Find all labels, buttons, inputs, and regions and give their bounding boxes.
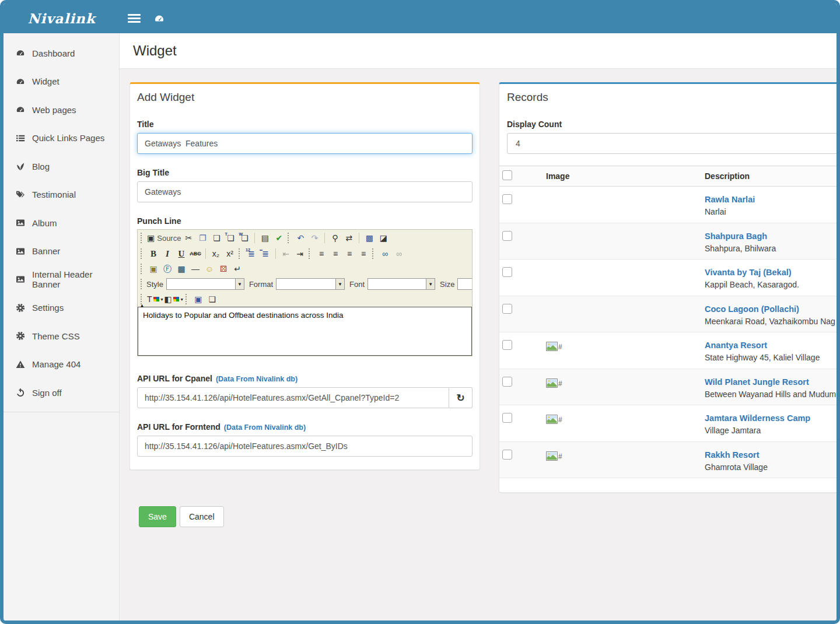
cancel-button[interactable]: Cancel bbox=[180, 506, 224, 527]
editor-copy-button[interactable]: ❐ bbox=[196, 232, 209, 244]
record-name-link[interactable]: Jamtara Wilderness Camp bbox=[705, 413, 836, 424]
sidebar-item-web-pages[interactable]: Web pages bbox=[4, 96, 119, 124]
editor-paste-button[interactable]: ❏ bbox=[210, 232, 223, 244]
editor-about-button[interactable]: ▣ bbox=[192, 293, 205, 306]
records-table-header: Image Description bbox=[499, 166, 836, 187]
editor-find-button[interactable]: ⚲ bbox=[328, 232, 341, 244]
row-image-cell bbox=[537, 223, 705, 260]
editor-text-color-button[interactable]: T▾ bbox=[147, 293, 163, 306]
style-dropdown-value[interactable] bbox=[166, 278, 235, 290]
row-checkbox[interactable] bbox=[502, 267, 512, 277]
format-dropdown-value[interactable] bbox=[276, 278, 335, 290]
editor-indent-button[interactable]: ⇥ bbox=[293, 248, 306, 260]
editor-cut-button[interactable]: ✂ bbox=[182, 232, 195, 244]
row-checkbox[interactable] bbox=[502, 304, 512, 314]
editor-italic-button[interactable]: I bbox=[161, 248, 174, 260]
editor-select-all-button[interactable]: ▩ bbox=[363, 232, 376, 244]
punchline-editor-area[interactable]: Holidays to Popular and Offbeat destinat… bbox=[138, 307, 472, 356]
row-checkbox[interactable] bbox=[502, 340, 512, 350]
editor-paste-text-button[interactable]: ❏T bbox=[224, 232, 237, 244]
editor-bold-button[interactable]: B bbox=[147, 248, 160, 260]
editor-page-break-button[interactable]: ↵ bbox=[231, 263, 244, 275]
sidebar-item-sign-off[interactable]: Sign off bbox=[4, 378, 119, 407]
editor-align-center-button[interactable]: ≡ bbox=[329, 248, 342, 260]
image-column-header: Image bbox=[537, 171, 705, 181]
record-name-link[interactable]: Shahpura Bagh bbox=[705, 231, 836, 242]
sidebar-item-manage-404[interactable]: Manage 404 bbox=[4, 350, 119, 379]
editor-align-left-button[interactable]: ≡ bbox=[315, 248, 328, 260]
sidebar-item-internal-header-banner[interactable]: Internal Header Banner bbox=[4, 265, 119, 294]
record-name-link[interactable]: Vivanta by Taj (Bekal) bbox=[705, 267, 836, 278]
editor-justify-button[interactable]: ≡ bbox=[357, 248, 370, 260]
record-name-link[interactable]: Rakkh Resort bbox=[705, 450, 836, 461]
sidebar-item-widget[interactable]: Widget bbox=[4, 68, 119, 96]
editor-smiley-button[interactable]: ☺ bbox=[203, 263, 216, 275]
editor-undo-button[interactable]: ↶ bbox=[294, 232, 307, 244]
row-image-cell: # bbox=[537, 442, 705, 478]
editor-link-button[interactable]: ∞ bbox=[379, 248, 391, 260]
toolbar-collapse-icon[interactable]: ▲ bbox=[139, 303, 145, 309]
sidebar-item-testimonial[interactable]: Testimonial bbox=[4, 181, 119, 209]
editor-strike-button[interactable]: ABC bbox=[189, 248, 202, 260]
refresh-button[interactable]: ↻ bbox=[449, 387, 473, 408]
editor-spellcheck-button[interactable]: ✔ bbox=[272, 232, 285, 244]
sidebar-item-album[interactable]: Album bbox=[4, 209, 119, 237]
editor-paste-word-button[interactable]: ❏W bbox=[238, 232, 251, 244]
editor-flash-button[interactable]: Ⓕ bbox=[161, 263, 174, 275]
row-image-cell bbox=[537, 260, 705, 296]
sidebar-item-banner[interactable]: Banner bbox=[4, 237, 119, 266]
table-row: Rawla NarlaiNarlai bbox=[499, 187, 836, 223]
row-image-cell: # bbox=[537, 369, 705, 405]
editor-preview-button[interactable]: ❏ bbox=[206, 293, 219, 306]
color-grid-icon bbox=[153, 297, 159, 302]
big-title-input[interactable] bbox=[137, 181, 473, 202]
editor-bulleted-list-button[interactable]: ≣•• bbox=[259, 248, 272, 260]
editor-bg-color-button[interactable]: ◧▾ bbox=[164, 293, 183, 306]
table-row: #Jamtara Wilderness CampVillage Jamtara bbox=[499, 405, 836, 442]
editor-subscript-button[interactable]: x₂ bbox=[209, 248, 222, 260]
row-checkbox[interactable] bbox=[502, 377, 512, 387]
display-count-input[interactable] bbox=[507, 133, 836, 154]
editor-superscript-button[interactable]: x² bbox=[223, 248, 236, 260]
editor-redo-button[interactable]: ↷ bbox=[308, 232, 321, 244]
api-cpanel-input[interactable] bbox=[137, 387, 449, 408]
editor-insert-image-button[interactable]: ▣ bbox=[147, 263, 160, 275]
editor-outdent-button[interactable]: ⇤ bbox=[279, 248, 292, 260]
editor-unlink-button[interactable]: ∞ bbox=[393, 248, 405, 260]
menu-toggle-icon[interactable] bbox=[128, 13, 141, 23]
sidebar-item-quick-links-pages[interactable]: Quick Links Pages bbox=[4, 124, 119, 153]
editor-numbered-list-button[interactable]: ≣12 bbox=[245, 248, 258, 260]
row-checkbox[interactable] bbox=[502, 413, 512, 423]
editor-print-button[interactable]: ▤ bbox=[258, 232, 271, 244]
sidebar-item-dashboard[interactable]: Dashboard bbox=[4, 39, 119, 68]
editor-special-char-button[interactable]: ⚄ bbox=[217, 263, 230, 275]
list-icon bbox=[15, 134, 26, 143]
editor-source-button[interactable]: ▣Source bbox=[147, 232, 181, 244]
size-dropdown-value[interactable] bbox=[457, 278, 472, 290]
editor-horizontal-rule-button[interactable]: — bbox=[189, 263, 202, 275]
editor-remove-format-button[interactable]: ◪ bbox=[377, 232, 390, 244]
editor-underline-button[interactable]: U bbox=[175, 248, 188, 260]
chevron-down-icon[interactable]: ▼ bbox=[335, 278, 345, 290]
sidebar-item-settings[interactable]: Settings bbox=[4, 294, 119, 322]
sidebar-item-theme-css[interactable]: Theme CSS bbox=[4, 322, 119, 350]
row-checkbox[interactable] bbox=[502, 194, 512, 204]
save-button[interactable]: Save bbox=[139, 506, 176, 527]
api-frontend-input[interactable] bbox=[137, 436, 473, 457]
dashboard-icon[interactable] bbox=[153, 13, 165, 24]
chevron-down-icon[interactable]: ▼ bbox=[426, 278, 435, 290]
sidebar-item-blog[interactable]: Blog bbox=[4, 152, 119, 181]
font-dropdown-value[interactable] bbox=[368, 278, 426, 290]
record-name-link[interactable]: Rawla Narlai bbox=[705, 194, 836, 205]
row-checkbox[interactable] bbox=[502, 450, 512, 460]
chevron-down-icon[interactable]: ▼ bbox=[235, 278, 244, 290]
select-all-checkbox[interactable] bbox=[502, 170, 512, 180]
row-checkbox[interactable] bbox=[502, 231, 512, 241]
record-name-link[interactable]: Wild Planet Jungle Resort bbox=[705, 377, 836, 388]
record-name-link[interactable]: Coco Lagoon (Pollachi) bbox=[705, 304, 836, 315]
editor-align-right-button[interactable]: ≡ bbox=[343, 248, 356, 260]
editor-table-button[interactable]: ▦ bbox=[175, 263, 188, 275]
editor-replace-button[interactable]: ⇄ bbox=[342, 232, 355, 244]
record-name-link[interactable]: Anantya Resort bbox=[705, 340, 836, 351]
title-input[interactable] bbox=[137, 133, 473, 154]
